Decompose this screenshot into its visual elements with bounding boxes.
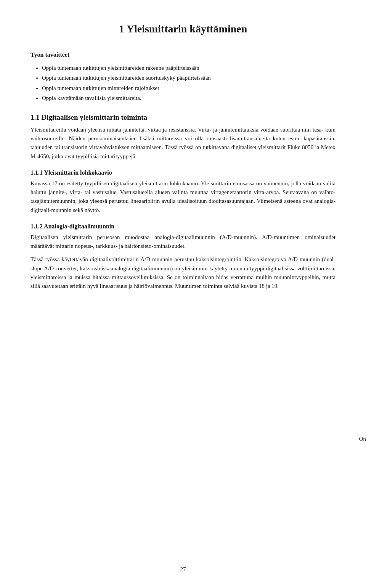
page: 1 Yleismittarin käyttäminen Työn tavoitt… — [0, 0, 366, 588]
list-item: Oppia tuntemaan tutkittujen mittareiden … — [42, 84, 336, 93]
section-1-1-2-p2: Tässä työssä käytettävän digitaalivoltti… — [30, 255, 336, 291]
section-1-1-2-p1: Digitaalisen yleismittarin perusosan muo… — [30, 233, 336, 251]
work-goals-label: Työn tavoitteet — [30, 50, 336, 60]
chapter-title: 1 Yleismittarin käyttäminen — [30, 23, 336, 35]
list-item: Oppia käyttämään tavallisia yleismittare… — [42, 94, 336, 103]
section-1-1-1-heading: 1.1.1 Yleismittarin lohkokaavio — [30, 169, 336, 176]
section-1-1-2-heading: 1.1.2 Analogia-digitaalimuunnin — [30, 223, 336, 230]
on-label: On — [359, 436, 366, 442]
list-item: Oppia tuntemaan tutkittujen yleismittare… — [42, 74, 336, 82]
section-1-1-p1: Yleismittareilla voidaan yleensä mitata … — [30, 125, 336, 161]
section-1-1-1-p1: Kuvassa 17 on esitetty tyypillisen digit… — [30, 179, 336, 215]
page-number: 27 — [180, 566, 186, 573]
section-1-1-heading: 1.1 Digitaalisen yleismittarin toiminta — [30, 113, 336, 122]
bullet-list: Oppia tuntemaan tutkittujen yleismittare… — [42, 64, 336, 103]
list-item: Oppia tuntemaan tutkittujen yleismittare… — [42, 64, 336, 72]
